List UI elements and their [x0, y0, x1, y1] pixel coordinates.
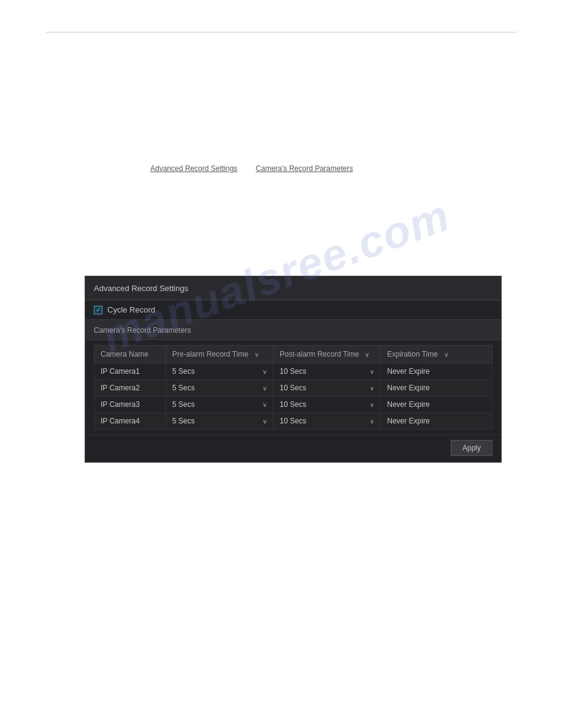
th-prealarm[interactable]: Pre-alarm Record Time ∨: [166, 346, 273, 363]
dialog-title-bar: Advanced Record Settings: [85, 276, 501, 300]
cell-expiration-1: Never Expire: [381, 380, 492, 396]
apply-row: Apply: [85, 434, 501, 462]
apply-button[interactable]: Apply: [451, 440, 492, 456]
postalarm-arrow-0: ∨: [370, 368, 374, 375]
cell-camera-name-0: IP Camera1: [94, 363, 166, 380]
top-divider: [46, 32, 517, 32]
prealarm-value-2: 5 Secs: [172, 400, 195, 409]
table-row: IP Camera3 5 Secs ∨ 10 Secs ∨ Never Expi…: [94, 396, 492, 413]
prealarm-header-arrow: ∨: [255, 351, 259, 358]
prealarm-arrow-2: ∨: [262, 401, 267, 408]
cycle-record-label: Cycle Record: [107, 305, 155, 314]
postalarm-header-arrow: ∨: [365, 351, 369, 358]
expiration-header-arrow: ∨: [444, 351, 448, 358]
th-camera-name: Camera Name: [94, 346, 166, 363]
th-postalarm[interactable]: Post-alarm Record Time ∨: [274, 346, 381, 363]
cell-prealarm-1[interactable]: 5 Secs ∨: [166, 380, 273, 396]
expiration-value-0: Never Expire: [387, 367, 429, 376]
table-row: IP Camera4 5 Secs ∨ 10 Secs ∨ Never Expi…: [94, 413, 492, 430]
cell-expiration-0: Never Expire: [381, 363, 492, 380]
postalarm-value-1: 10 Secs: [280, 384, 306, 392]
postalarm-arrow-1: ∨: [370, 385, 374, 392]
postalarm-value-2: 10 Secs: [280, 400, 306, 409]
cell-postalarm-1[interactable]: 10 Secs ∨: [274, 380, 381, 396]
cell-expiration-2: Never Expire: [381, 396, 492, 413]
prealarm-value-0: 5 Secs: [172, 367, 195, 376]
camera-params-table: Camera Name Pre-alarm Record Time ∨ Post…: [94, 345, 492, 430]
cell-camera-name-3: IP Camera4: [94, 413, 166, 430]
cell-camera-name-1: IP Camera2: [94, 380, 166, 396]
postalarm-value-3: 10 Secs: [280, 417, 306, 425]
link-camera-params[interactable]: Camera's Record Parameters: [256, 164, 353, 173]
link-advanced-record[interactable]: Advanced Record Settings: [150, 164, 237, 173]
cell-postalarm-3[interactable]: 10 Secs ∨: [274, 413, 381, 430]
advanced-record-settings-panel: Advanced Record Settings ✓ Cycle Record …: [85, 276, 502, 463]
prealarm-value-1: 5 Secs: [172, 384, 195, 392]
table-header-row: Camera Name Pre-alarm Record Time ∨ Post…: [94, 346, 492, 363]
cell-expiration-3: Never Expire: [381, 413, 492, 430]
dialog-title: Advanced Record Settings: [94, 284, 188, 293]
cell-camera-name-2: IP Camera3: [94, 396, 166, 413]
postalarm-arrow-3: ∨: [370, 418, 374, 425]
cell-prealarm-0[interactable]: 5 Secs ∨: [166, 363, 273, 380]
camera-params-table-container: Camera Name Pre-alarm Record Time ∨ Post…: [85, 340, 501, 434]
cell-postalarm-0[interactable]: 10 Secs ∨: [274, 363, 381, 380]
cycle-record-row[interactable]: ✓ Cycle Record: [85, 300, 501, 320]
prealarm-value-3: 5 Secs: [172, 417, 195, 425]
expiration-value-1: Never Expire: [387, 384, 429, 392]
postalarm-arrow-2: ∨: [370, 401, 374, 408]
cycle-record-checkbox[interactable]: ✓: [94, 306, 102, 314]
cell-prealarm-2[interactable]: 5 Secs ∨: [166, 396, 273, 413]
camera-params-header: Camera's Record Parameters: [85, 320, 501, 340]
postalarm-value-0: 10 Secs: [280, 367, 306, 376]
prealarm-arrow-0: ∨: [262, 368, 267, 375]
th-expiration[interactable]: Expiration Time ∨: [381, 346, 492, 363]
checkbox-check-icon: ✓: [96, 306, 101, 313]
table-row: IP Camera2 5 Secs ∨ 10 Secs ∨ Never Expi…: [94, 380, 492, 396]
cell-prealarm-3[interactable]: 5 Secs ∨: [166, 413, 273, 430]
prealarm-arrow-1: ∨: [262, 385, 267, 392]
links-area: Advanced Record Settings Camera's Record…: [150, 164, 353, 173]
expiration-value-3: Never Expire: [387, 417, 429, 425]
table-row: IP Camera1 5 Secs ∨ 10 Secs ∨ Never Expi…: [94, 363, 492, 380]
prealarm-arrow-3: ∨: [262, 418, 267, 425]
cell-postalarm-2[interactable]: 10 Secs ∨: [274, 396, 381, 413]
camera-params-label: Camera's Record Parameters: [94, 326, 191, 335]
expiration-value-2: Never Expire: [387, 400, 429, 409]
